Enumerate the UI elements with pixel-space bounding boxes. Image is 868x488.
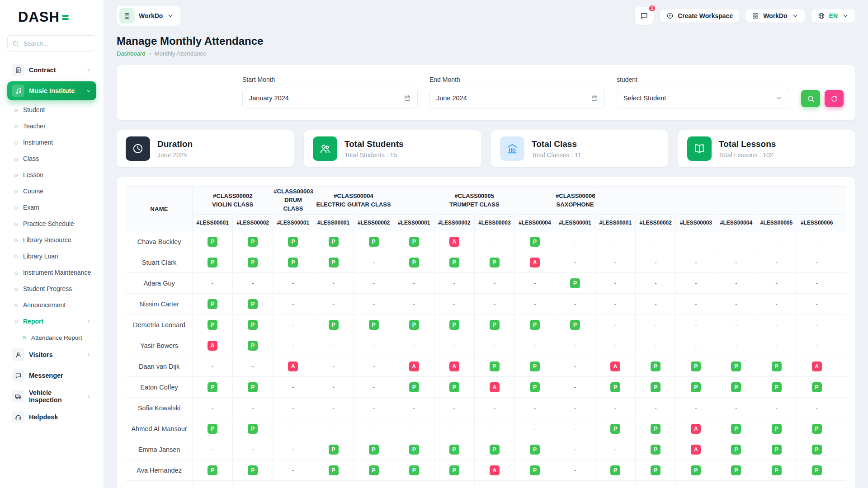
present-badge: P — [449, 445, 459, 455]
empty-cell: - — [636, 398, 676, 418]
present-badge: P — [691, 382, 701, 392]
attendance-table: NAME#CLASS00002VIOLIN CLASS#CLASS00003DR… — [126, 186, 846, 484]
empty-cell: - — [676, 231, 716, 252]
class-code: #CLASS00003 — [274, 188, 312, 196]
app-logo[interactable]: DASH — [7, 9, 96, 25]
sidebar-subitem-label: Exam — [23, 204, 39, 212]
start-month-input[interactable]: January 2024 — [242, 88, 418, 108]
class-group-header: #CLASS00005TRUMPET CLASS — [394, 187, 555, 215]
class-code: #CLASS00002 — [193, 192, 272, 201]
sidebar-subitem-instrument-maintenance[interactable]: Instrument Maintenance — [7, 265, 96, 281]
lesson-header: #LESS00006 — [797, 215, 837, 231]
sidebar-subitem-student-progress[interactable]: Student Progress — [7, 281, 96, 297]
filter-buttons — [801, 90, 844, 108]
lesson-header: #LESS00005 — [756, 215, 797, 231]
table-row: Yasir BowersAP--------------- — [126, 335, 847, 356]
sidebar-subitem-library-loan[interactable]: Library Loan — [7, 249, 96, 265]
empty-cell: - — [354, 418, 394, 439]
chevron-right-icon — [85, 393, 92, 399]
attendance-cell: P — [756, 356, 797, 377]
end-month-label: End Month — [429, 76, 605, 83]
attendance-cell: P — [233, 335, 273, 356]
chat-icon — [640, 12, 648, 20]
present-badge: P — [772, 445, 782, 455]
reset-button[interactable] — [825, 90, 844, 107]
present-badge: P — [369, 465, 379, 475]
workspace-switcher[interactable]: WorkDo — [117, 6, 180, 26]
sidebar-subitem-class[interactable]: Class — [7, 151, 96, 167]
class-name: SAXOPHONE — [556, 201, 594, 209]
stat-card-total-lessons: Total LessonsTotal Lessons : 102 — [678, 130, 855, 167]
attendance-table-card: NAME#CLASS00002VIOLIN CLASS#CLASS00003DR… — [117, 177, 855, 488]
sidebar-subitem-student[interactable]: Student — [7, 102, 96, 118]
sidebar-item-vehicle-inspection[interactable]: Vehicle Inspection — [7, 387, 96, 406]
empty-cell: - — [756, 252, 797, 273]
create-workspace-button[interactable]: Create Workspace — [660, 9, 739, 23]
attendance-cell: P — [514, 356, 555, 377]
sidebar-item-music-institute[interactable]: Music Institute — [7, 81, 96, 100]
search-input[interactable] — [23, 40, 91, 47]
sidebar-subitem-lesson[interactable]: Lesson — [7, 167, 96, 183]
attendance-cell: P — [193, 294, 233, 314]
sidebar-subsubitem-attendance-report[interactable]: Attendance Report — [7, 330, 96, 345]
refresh-icon — [830, 95, 838, 103]
present-badge: P — [369, 237, 379, 247]
sidebar-subitem-library-resource[interactable]: Library Resource — [7, 232, 96, 249]
sidebar-item-visitors[interactable]: Visitors — [7, 345, 96, 364]
attendance-table-wrap[interactable]: NAME#CLASS00002VIOLIN CLASS#CLASS00003DR… — [126, 186, 846, 484]
empty-cell: - — [313, 377, 354, 398]
end-month-input[interactable]: June 2024 — [429, 88, 605, 108]
workspace-icon — [119, 8, 135, 23]
sidebar-item-messenger[interactable]: Messenger — [7, 366, 96, 385]
present-badge: P — [248, 237, 258, 247]
sidebar-subitem-exam[interactable]: Exam — [7, 200, 96, 216]
sidebar-subitem-teacher[interactable]: Teacher — [7, 118, 96, 135]
search-button[interactable] — [801, 90, 820, 107]
sidebar-subitem-instrument[interactable]: Instrument — [7, 135, 96, 151]
empty-cell: - — [394, 481, 434, 485]
attendance-cell: A — [434, 231, 474, 252]
lesson-header: #LE — [837, 215, 846, 231]
workdo-menu-button[interactable]: WorkDo — [745, 9, 805, 23]
present-badge: P — [248, 299, 258, 309]
sidebar-subitem-announcement[interactable]: Announcement — [7, 297, 96, 314]
empty-cell: - — [797, 273, 837, 294]
present-badge: P — [369, 320, 379, 330]
empty-cell: - — [837, 314, 846, 335]
present-badge: P — [812, 465, 822, 475]
sidebar-item-helpdesk[interactable]: Helpdesk — [7, 408, 96, 427]
breadcrumb-dashboard-link[interactable]: Dashboard — [117, 50, 146, 57]
attendance-cell: P — [514, 231, 555, 252]
empty-cell: - — [273, 377, 313, 398]
messages-button[interactable]: 1 — [635, 7, 654, 25]
stat-subtitle: June 2025 — [157, 151, 193, 159]
sidebar-item-contract[interactable]: Contract — [7, 61, 96, 80]
table-row: Ava HernandezPP-PPPPAP-PPPPPP- — [126, 460, 847, 481]
sidebar-subitem-report[interactable]: Report — [7, 314, 96, 330]
attendance-cell: P — [797, 377, 837, 398]
attendance-cell: P — [595, 377, 636, 398]
empty-cell: - — [756, 481, 797, 485]
attendance-cell: P — [434, 314, 474, 335]
table-row: Liam O'Connor----------------- — [126, 481, 847, 485]
sidebar-search[interactable] — [7, 35, 96, 52]
bullet-icon — [14, 319, 19, 324]
class-code: #CLASS00005 — [395, 192, 554, 201]
empty-cell: - — [394, 273, 434, 294]
attendance-cell: A — [474, 460, 514, 481]
attendance-cell: P — [756, 377, 797, 398]
present-badge: P — [329, 445, 339, 455]
bullet-icon — [14, 157, 19, 162]
empty-cell: - — [716, 481, 756, 485]
language-selector[interactable]: EN — [811, 9, 855, 23]
sidebar-subitem-practice-schedule[interactable]: Practice Schedule — [7, 216, 96, 232]
sidebar-subitem-course[interactable]: Course — [7, 183, 96, 200]
lesson-header: #LESS00003 — [474, 215, 514, 231]
bullet-icon — [14, 108, 19, 113]
student-name: Yasir Bowers — [126, 335, 193, 356]
student-select[interactable]: Select Student — [617, 88, 789, 108]
attendance-cell: P — [394, 252, 434, 273]
start-month-value: January 2024 — [249, 94, 289, 102]
attendance-cell: P — [313, 252, 354, 273]
present-badge: P — [409, 258, 419, 267]
